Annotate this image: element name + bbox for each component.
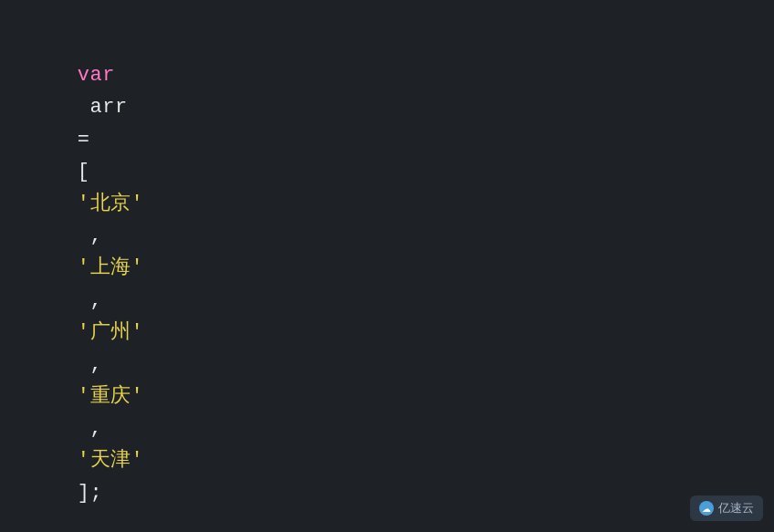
watermark: ☁ 亿速云 — [690, 495, 763, 521]
watermark-icon: ☁ — [699, 501, 714, 516]
code-area: var arr = [ '北京' , '上海' , '广州' , '重庆' , … — [0, 0, 774, 532]
arr-declaration-line: var arr = [ '北京' , '上海' , '广州' , '重庆' , … — [27, 27, 747, 532]
var-keyword: var — [78, 64, 115, 87]
watermark-text: 亿速云 — [718, 500, 754, 516]
